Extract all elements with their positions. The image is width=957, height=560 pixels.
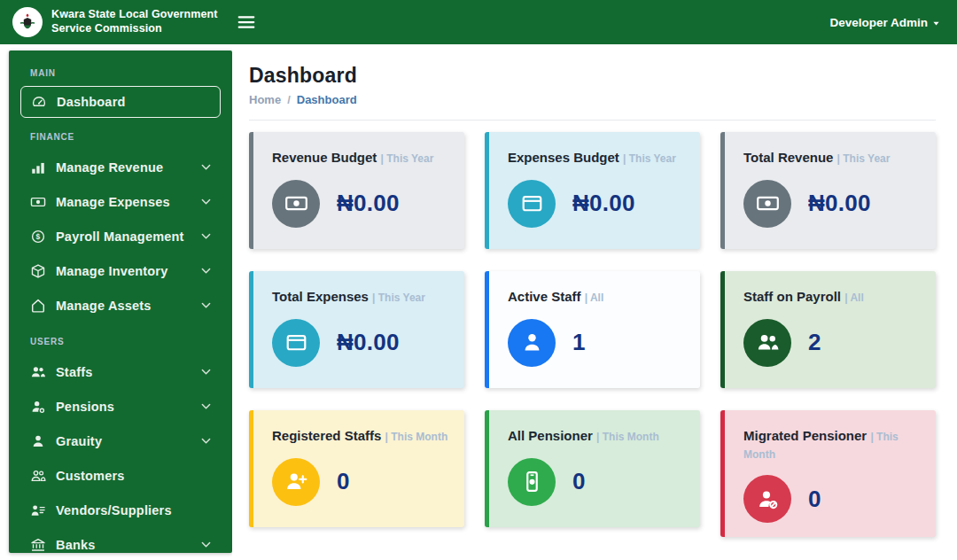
cash-icon xyxy=(743,180,791,228)
card-subtitle: | This Month xyxy=(596,431,659,443)
cash-icon xyxy=(30,194,46,210)
stat-card-all-pensioner[interactable]: All Pensioner | This Month0 xyxy=(485,410,700,527)
user-menu[interactable]: Developer Admin xyxy=(829,16,941,29)
bar-chart-icon xyxy=(30,159,46,175)
sidebar-item-dashboard[interactable]: Dashboard xyxy=(20,86,221,118)
chevron-down-icon xyxy=(199,160,213,174)
sidebar-item-manage-assets[interactable]: Manage Assets xyxy=(9,288,232,323)
stat-card-total-revenue[interactable]: Total Revenue | This Year₦0.00 xyxy=(720,132,936,249)
house-icon xyxy=(30,298,46,314)
cash-icon xyxy=(272,180,320,228)
chevron-down-icon xyxy=(199,229,213,243)
header-divider xyxy=(249,120,936,121)
stat-card-staff-on-payroll[interactable]: Staff on Payroll | All2 xyxy=(720,271,936,388)
breadcrumb-home-link[interactable]: Home xyxy=(249,93,281,106)
sidebar-item-label: Customers xyxy=(56,469,213,483)
card-value: ₦0.00 xyxy=(572,190,635,217)
card-value: ₦0.00 xyxy=(808,190,871,217)
person-icon xyxy=(508,319,556,367)
card-value: ₦0.00 xyxy=(337,190,400,217)
sidebar-item-banks[interactable]: Banks xyxy=(9,527,232,553)
stat-card-expenses-budget[interactable]: Expenses Budget | This Year₦0.00 xyxy=(485,132,700,249)
stat-card-active-staff[interactable]: Active Staff | All1 xyxy=(485,271,700,388)
card-value: ₦0.00 xyxy=(337,329,400,356)
sidebar-item-manage-expenses[interactable]: Manage Expenses xyxy=(9,184,232,219)
page-body: MAINDashboardFINANCEManage RevenueManage… xyxy=(0,44,957,560)
sidebar-item-pensions[interactable]: Pensions xyxy=(9,389,232,424)
sidebar-item-label: Grauity xyxy=(56,434,199,448)
wallet-icon xyxy=(272,319,320,367)
brand-line2: Service Commission xyxy=(51,22,218,36)
user-menu-label: Developer Admin xyxy=(829,16,928,29)
chevron-down-icon xyxy=(199,400,213,413)
sidebar-item-customers[interactable]: Customers xyxy=(9,458,232,493)
card-subtitle: | This Month xyxy=(385,431,448,443)
breadcrumb: Home / Dashboard xyxy=(249,93,936,106)
topbar: Kwara State Local Government Service Com… xyxy=(0,0,957,44)
breadcrumb-separator: / xyxy=(287,93,291,106)
sidebar-item-payroll-management[interactable]: $Payroll Management xyxy=(9,219,232,253)
chevron-down-icon xyxy=(199,365,213,378)
sidebar-nav: MAINDashboardFINANCEManage RevenueManage… xyxy=(9,51,232,553)
sidebar-item-label: Manage Inventory xyxy=(56,264,199,278)
card-title: Expenses Budget | This Year xyxy=(508,149,684,167)
card-subtitle: | All xyxy=(844,292,864,304)
cards-grid: Revenue Budget | This Year₦0.00Expenses … xyxy=(249,132,936,537)
stat-card-registered-staffs[interactable]: Registered Staffs | This Month0 xyxy=(249,410,464,527)
card-body: 0 xyxy=(508,458,684,506)
people-icon xyxy=(30,364,46,380)
nigeria-coat-of-arms-icon xyxy=(12,7,43,37)
card-subtitle: | This Month xyxy=(743,431,899,461)
breadcrumb-current[interactable]: Dashboard xyxy=(297,93,357,106)
sidebar-item-manage-revenue[interactable]: Manage Revenue xyxy=(9,150,232,184)
card-body: 1 xyxy=(508,319,684,367)
stat-card-revenue-budget[interactable]: Revenue Budget | This Year₦0.00 xyxy=(249,132,464,249)
card-title: Revenue Budget | This Year xyxy=(272,149,448,167)
person-icon xyxy=(30,433,46,449)
person-slash-icon xyxy=(743,475,791,523)
brand[interactable]: Kwara State Local Government Service Com… xyxy=(12,7,227,37)
caret-down-icon xyxy=(931,19,941,28)
hamburger-icon[interactable] xyxy=(236,12,257,33)
card-title: Registered Staffs | This Month xyxy=(272,427,448,445)
brand-line1: Kwara State Local Government xyxy=(51,8,218,22)
people-outline-icon xyxy=(30,468,46,484)
main-content: Dashboard Home / Dashboard Revenue Budge… xyxy=(232,44,957,560)
sidebar-item-label: Staffs xyxy=(56,365,199,379)
sidebar-item-vendors-suppliers[interactable]: Vendors/Suppliers xyxy=(9,493,232,527)
person-lines-icon xyxy=(30,502,46,518)
chevron-down-icon xyxy=(199,299,213,312)
card-title: Migrated Pensioner | This Month xyxy=(743,427,920,462)
card-title: Staff on Payroll | All xyxy=(743,288,920,306)
card-value: 0 xyxy=(337,468,350,495)
card-value: 1 xyxy=(572,329,586,356)
card-body: 0 xyxy=(743,475,920,523)
stat-card-total-expenses[interactable]: Total Expenses | This Year₦0.00 xyxy=(249,271,464,388)
card-title: Total Expenses | This Year xyxy=(272,288,448,306)
phone-icon xyxy=(508,458,556,506)
sidebar-item-staffs[interactable]: Staffs xyxy=(9,354,232,389)
card-subtitle: | This Year xyxy=(381,152,434,165)
sidebar-item-label: Vendors/Suppliers xyxy=(56,503,213,517)
card-title: Active Staff | All xyxy=(508,288,684,306)
chevron-down-icon xyxy=(199,264,213,277)
stat-card-migrated-pensioner[interactable]: Migrated Pensioner | This Month0 xyxy=(720,410,936,537)
card-body: ₦0.00 xyxy=(272,319,448,367)
sidebar-item-label: Manage Assets xyxy=(56,299,199,313)
sidebar-item-label: Dashboard xyxy=(57,95,211,109)
sidebar-item-grauity[interactable]: Grauity xyxy=(9,424,232,458)
card-body: 0 xyxy=(272,458,448,506)
sidebar-item-label: Banks xyxy=(56,538,199,552)
speedometer-icon xyxy=(31,94,47,110)
card-value: 0 xyxy=(572,468,586,495)
sidebar-item-manage-inventory[interactable]: Manage Inventory xyxy=(9,253,232,288)
people-icon xyxy=(743,319,791,367)
chevron-down-icon xyxy=(199,434,213,447)
card-subtitle: | This Year xyxy=(372,292,425,304)
sidebar-item-label: Manage Expenses xyxy=(56,195,199,209)
bank-icon xyxy=(30,537,46,553)
card-subtitle: | This Year xyxy=(837,152,891,165)
sidebar-section-label-main: MAIN xyxy=(9,68,232,78)
sidebar-item-label: Payroll Management xyxy=(56,229,199,244)
card-body: ₦0.00 xyxy=(743,180,920,228)
